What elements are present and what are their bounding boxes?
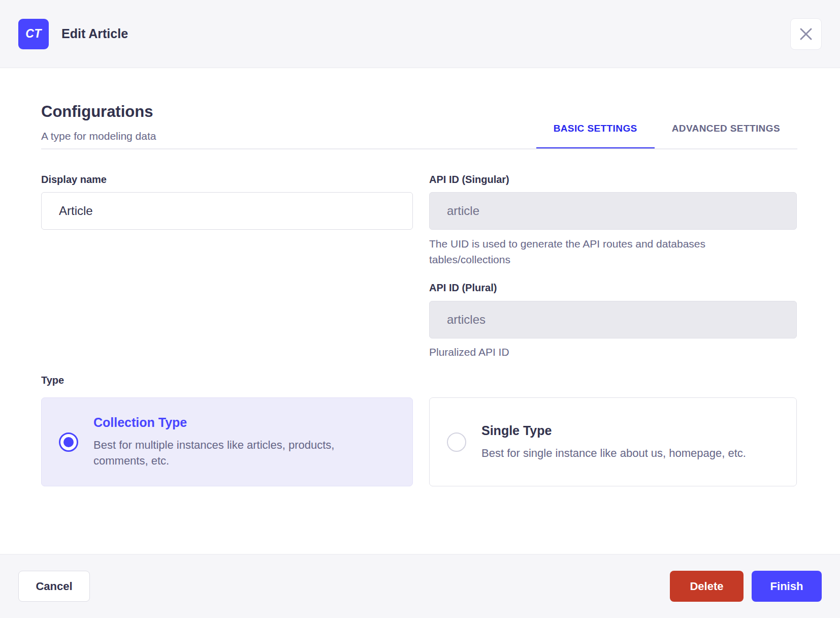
modal-header: CT Edit Article	[0, 0, 840, 68]
collection-type-card[interactable]: Collection Type Best for multiple instan…	[41, 397, 413, 486]
modal-body: Configurations A type for modeling data …	[0, 68, 840, 554]
close-icon	[799, 27, 813, 41]
api-id-plural-label: API ID (Plural)	[429, 282, 497, 294]
api-id-plural-help: Pluralized API ID	[429, 344, 509, 360]
page-title: Configurations	[41, 103, 153, 121]
collection-type-radio[interactable]	[59, 432, 78, 452]
api-id-singular-help: The UID is used to generate the API rout…	[429, 236, 754, 267]
display-name-label: Display name	[41, 174, 107, 186]
api-id-singular-label: API ID (Singular)	[429, 174, 509, 186]
tab-basic-settings[interactable]: BASIC SETTINGS	[536, 117, 655, 149]
api-id-singular-input	[429, 192, 797, 230]
modal-footer: Cancel Delete Finish	[0, 554, 840, 618]
modal-title: Edit Article	[61, 26, 128, 41]
collection-type-description: Best for multiple instances like article…	[93, 437, 372, 469]
cancel-button[interactable]: Cancel	[18, 571, 90, 602]
single-type-text: Single Type Best for single instance lik…	[481, 423, 746, 461]
api-id-plural-input	[429, 301, 797, 338]
page-subtitle: A type for modeling data	[41, 130, 156, 142]
edit-article-modal: CT Edit Article Configurations A type fo…	[0, 0, 840, 618]
finish-button[interactable]: Finish	[752, 571, 822, 602]
content-type-badge: CT	[18, 19, 49, 49]
single-type-title: Single Type	[481, 423, 746, 438]
single-type-description: Best for single instance like about us, …	[481, 445, 746, 461]
tab-advanced-settings[interactable]: ADVANCED SETTINGS	[655, 117, 797, 149]
display-name-input[interactable]	[41, 192, 413, 230]
collection-type-title: Collection Type	[93, 415, 372, 430]
collection-type-text: Collection Type Best for multiple instan…	[93, 415, 372, 469]
settings-tabs: BASIC SETTINGS ADVANCED SETTINGS	[536, 117, 797, 149]
type-label: Type	[41, 375, 64, 386]
delete-button[interactable]: Delete	[670, 571, 744, 602]
single-type-card[interactable]: Single Type Best for single instance lik…	[429, 397, 797, 486]
section-divider	[41, 148, 797, 149]
single-type-radio[interactable]	[447, 432, 466, 452]
close-button[interactable]	[790, 18, 822, 50]
